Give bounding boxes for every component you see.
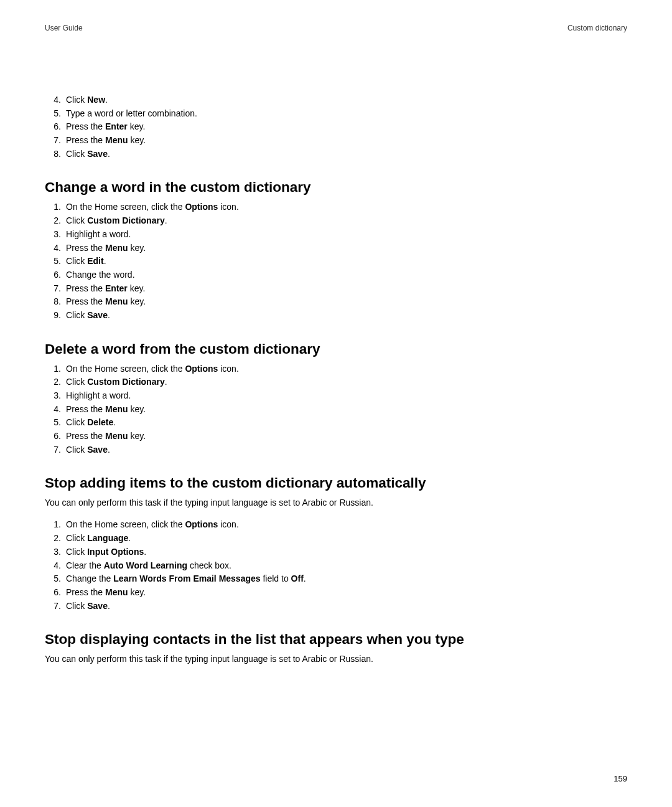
list-text: Clear the <box>66 560 104 570</box>
list-text: icon. <box>218 202 238 212</box>
list-number: 6. <box>49 430 61 443</box>
list-item: 4.Press the Menu key. <box>45 242 627 255</box>
list-item: 7.Press the Menu key. <box>45 134 627 148</box>
list-text: New <box>87 95 105 105</box>
list-number: 1. <box>49 201 61 214</box>
list-number: 4. <box>49 242 61 255</box>
list-text: Menu <box>105 404 128 414</box>
list-text: Press the <box>66 404 105 414</box>
list-text: Highlight a word. <box>66 229 131 239</box>
list-text: Click <box>66 547 87 557</box>
list-text: Type a word or letter combination. <box>66 108 197 118</box>
list-text: key. <box>128 283 146 293</box>
list-item: 6.Change the word. <box>45 268 627 282</box>
list-item: 7.Press the Enter key. <box>45 282 627 296</box>
header-right: Custom dictionary <box>567 24 627 32</box>
list-text: field to <box>261 573 291 583</box>
list-text: Click <box>66 601 87 611</box>
section-heading: Change a word in the custom dictionary <box>45 179 627 196</box>
list-text: Menu <box>105 243 128 253</box>
list-number: 3. <box>49 228 61 242</box>
list-item: 8.Click Save. <box>45 148 627 161</box>
list-item: 3.Highlight a word. <box>45 389 627 403</box>
list-text: . <box>108 310 110 320</box>
list-text: Auto Word Learning <box>104 560 187 570</box>
list-number: 2. <box>49 214 61 228</box>
list-text: . <box>105 95 108 105</box>
list-item: 2.Click Custom Dictionary. <box>45 214 627 228</box>
list-text: Click <box>66 149 87 159</box>
list-item: 7.Click Save. <box>45 443 627 457</box>
list-item: 2.Click Custom Dictionary. <box>45 375 627 389</box>
list-item: 4.Clear the Auto Word Learning check box… <box>45 559 627 573</box>
steps-list: 1.On the Home screen, click the Options … <box>45 362 627 457</box>
list-text: Press the <box>66 296 105 306</box>
header-left: User Guide <box>45 24 83 32</box>
section: Stop displaying contacts in the list tha… <box>45 631 627 666</box>
list-item: 1.On the Home screen, click the Options … <box>45 201 627 214</box>
list-item: 9.Click Save. <box>45 309 627 323</box>
list-text: key. <box>128 135 146 145</box>
list-item: 6.Press the Menu key. <box>45 586 627 600</box>
list-text: Change the word. <box>66 270 135 280</box>
steps-list: 1.On the Home screen, click the Options … <box>45 201 627 322</box>
list-item: 3.Click Input Options. <box>45 545 627 559</box>
list-text: Custom Dictionary <box>87 215 164 225</box>
list-item: 6.Press the Menu key. <box>45 430 627 443</box>
list-text: Click <box>66 445 87 455</box>
list-text: . <box>144 547 146 557</box>
list-text: . <box>108 149 110 159</box>
list-text: Language <box>87 533 128 543</box>
list-text: Off <box>291 573 304 583</box>
list-number: 4. <box>49 403 61 417</box>
list-text: Press the <box>66 243 105 253</box>
list-text: Delete <box>87 417 113 427</box>
section: Delete a word from the custom dictionary… <box>45 341 627 457</box>
list-number: 8. <box>49 295 61 309</box>
list-text: Save <box>87 310 108 320</box>
list-number: 7. <box>49 600 61 613</box>
intro-steps-list: 4.Click New.5.Type a word or letter comb… <box>45 93 627 161</box>
list-text: Menu <box>105 587 128 597</box>
list-number: 7. <box>49 443 61 457</box>
list-text: . <box>113 417 116 427</box>
page-header: User Guide Custom dictionary <box>45 24 627 32</box>
list-text: Press the <box>66 587 105 597</box>
list-number: 2. <box>49 532 61 545</box>
list-text: key. <box>128 243 146 253</box>
list-number: 8. <box>49 148 61 161</box>
list-text: Save <box>87 149 108 159</box>
list-number: 4. <box>49 93 61 107</box>
list-text: key. <box>128 404 146 414</box>
list-item: 5.Change the Learn Words From Email Mess… <box>45 572 627 586</box>
main-content: 4.Click New.5.Type a word or letter comb… <box>45 93 627 666</box>
list-item: 5.Type a word or letter combination. <box>45 107 627 121</box>
list-text: . <box>108 601 110 611</box>
section-note: You can only perform this task if the ty… <box>45 496 627 509</box>
list-text: key. <box>128 121 146 131</box>
list-number: 3. <box>49 545 61 559</box>
list-text: Click <box>66 417 87 427</box>
list-number: 5. <box>49 416 61 430</box>
list-text: Click <box>66 95 87 105</box>
list-text: . <box>108 445 110 455</box>
list-text: Click <box>66 310 87 320</box>
list-number: 5. <box>49 572 61 586</box>
list-text: check box. <box>187 560 231 570</box>
section-heading: Stop displaying contacts in the list tha… <box>45 631 627 648</box>
list-text: On the Home screen, click the <box>66 519 185 529</box>
list-number: 6. <box>49 586 61 600</box>
list-text: Enter <box>105 121 128 131</box>
list-item: 1.On the Home screen, click the Options … <box>45 518 627 532</box>
list-text: Press the <box>66 283 105 293</box>
list-text: Enter <box>105 283 128 293</box>
list-text: Click <box>66 215 87 225</box>
list-text: Save <box>87 445 108 455</box>
list-text: Click <box>66 377 87 387</box>
list-text: icon. <box>218 364 238 374</box>
list-text: On the Home screen, click the <box>66 364 185 374</box>
list-text: Highlight a word. <box>66 390 131 400</box>
list-text: Options <box>185 202 218 212</box>
list-item: 7.Click Save. <box>45 600 627 613</box>
section: Stop adding items to the custom dictiona… <box>45 475 627 613</box>
